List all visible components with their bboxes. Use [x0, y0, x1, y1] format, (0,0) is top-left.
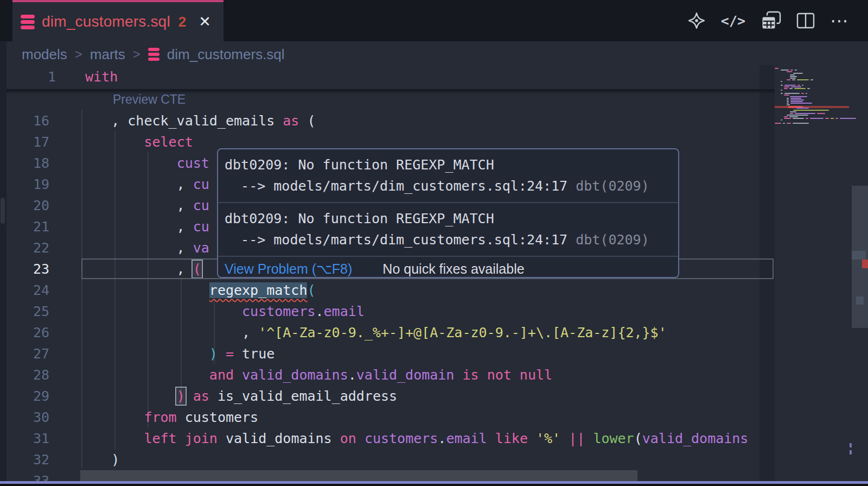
minimap-code-line	[790, 74, 795, 75]
minimap-code-line	[790, 103, 812, 104]
minimap-code-line	[787, 101, 789, 102]
line-number: 26	[0, 322, 49, 343]
code-line-24[interactable]: 24 regexp_match(	[0, 280, 776, 301]
minimap-code-line	[781, 119, 782, 121]
overview-bracket-marker	[850, 443, 852, 447]
line-text: and valid_domains.valid_domain is not nu…	[79, 364, 552, 386]
code-line-30[interactable]: 30 from customers	[0, 407, 776, 428]
preview-cte-codelens[interactable]: Preview CTE	[113, 92, 186, 107]
minimap-code-line	[795, 113, 815, 114]
minimap-code-line	[787, 71, 792, 72]
line-number: 29	[0, 386, 49, 407]
minimap[interactable]	[775, 65, 852, 228]
more-actions-icon[interactable]: ⋯	[830, 15, 848, 26]
line-text: from customers	[79, 407, 258, 428]
diagnostic-message: dbt0209: No function REGEXP_MATCH --> mo…	[218, 149, 678, 202]
minimap-code-line	[787, 103, 789, 104]
minimap-code-line	[790, 96, 807, 97]
minimap-code-line	[794, 88, 806, 89]
code-icon[interactable]: </>	[721, 13, 745, 29]
minimap-code-line	[797, 79, 809, 80]
minimap-code-line	[784, 93, 800, 94]
minimap-code-line	[825, 118, 829, 119]
minimap-code-line	[790, 99, 804, 100]
minimap-code-line	[790, 113, 793, 114]
minimap-code-line	[787, 99, 789, 100]
minimap-code-line	[807, 88, 810, 89]
minimap-code-line	[793, 73, 803, 74]
tab-dim-customers[interactable]: dim_customers.sql 2 ✕	[12, 0, 224, 41]
line-text: , '^[A-Za-z0-9._%+-]+@[A-Za-z0-9.-]+\.[A…	[79, 322, 667, 343]
line-text: , cu	[79, 174, 209, 195]
code-line-27[interactable]: 27 ) = true	[0, 343, 776, 364]
line-number: 22	[0, 237, 49, 258]
minimap-code-line	[810, 118, 824, 119]
overview-highlight-marker	[852, 251, 866, 260]
database-icon	[21, 15, 35, 29]
minimap-code-line	[787, 123, 791, 124]
minimap-code-line	[784, 94, 789, 96]
line-text: select	[79, 131, 193, 153]
line-number: 19	[0, 174, 49, 195]
breadcrumb-item-models[interactable]: models	[22, 46, 67, 63]
minimap-code-line	[801, 93, 804, 94]
code-line-32[interactable]: 32 )	[0, 449, 776, 470]
window-bottom-edge	[0, 484, 868, 486]
minimap-code-line	[797, 85, 800, 86]
minimap-code-line	[775, 68, 778, 69]
minimap-code-line	[784, 118, 791, 119]
overview-error-marker	[862, 260, 868, 268]
minimap-code-line	[789, 116, 798, 117]
minimap-code-line	[787, 79, 790, 80]
minimap-code-line	[806, 93, 807, 94]
line-number: 21	[0, 216, 49, 237]
minimap-code-line	[802, 85, 803, 86]
minimap-code-line	[783, 123, 785, 124]
view-problem-link[interactable]: View Problem (⌥F8)	[225, 261, 352, 277]
tab-filename: dim_customers.sql	[42, 13, 170, 30]
minimap-code-line	[784, 86, 789, 87]
code-line-26[interactable]: 26 , '^[A-Za-z0-9._%+-]+@[A-Za-z0-9.-]+\…	[0, 322, 776, 343]
code-line-31[interactable]: 31 left join valid_domains on customers.…	[0, 428, 776, 449]
breadcrumb-item-file[interactable]: dim_customers.sql	[167, 46, 285, 63]
overview-bracket-marker	[850, 450, 852, 455]
line-number: 20	[0, 195, 49, 216]
diagnostic-message: dbt0209: No function REGEXP_MATCH --> mo…	[218, 203, 678, 256]
line-number: 31	[0, 428, 49, 449]
minimap-code-line	[790, 70, 793, 71]
minimap-error-line	[775, 106, 849, 108]
line-number: 18	[0, 153, 49, 174]
line-number: 30	[0, 407, 49, 428]
editor-pane[interactable]: 16 , check_valid_emails as (17 select18 …	[0, 0, 868, 486]
table-copy-icon[interactable]	[761, 11, 781, 30]
minimap-code-line	[791, 86, 801, 87]
minimap-code-line	[790, 111, 796, 112]
line-text: , va	[79, 237, 209, 258]
sticky-scroll-line[interactable]: 1 with	[7, 65, 760, 89]
left-panel-scrollbar-thumb[interactable]	[1, 198, 5, 224]
line-text: , cu	[79, 216, 209, 237]
split-editor-icon[interactable]	[796, 12, 815, 29]
sticky-line-text: with	[85, 65, 118, 89]
code-line-28[interactable]: 28 and valid_domains.valid_domain is not…	[0, 364, 776, 386]
line-text: cust	[79, 153, 209, 174]
diagnostic-source: dbt(0209)	[576, 232, 649, 248]
line-text: left join valid_domains on customers.ema…	[79, 428, 748, 449]
minimap-code-line	[784, 116, 788, 117]
line-number: 27	[0, 343, 49, 364]
close-icon[interactable]: ✕	[199, 13, 211, 30]
breadcrumb-item-marts[interactable]: marts	[90, 46, 125, 63]
code-line-29[interactable]: 29 ) as is_valid_email_address	[0, 386, 776, 407]
minimap-code-line	[795, 70, 797, 71]
line-number: 24	[0, 280, 49, 301]
sticky-line-number: 1	[7, 65, 56, 89]
line-number: 16	[0, 110, 49, 131]
minimap-code-line	[790, 76, 797, 77]
minimap-code-line	[787, 104, 790, 105]
minimap-code-line	[789, 88, 793, 89]
minimap-code-line	[781, 85, 783, 86]
code-line-25[interactable]: 25 customers.email	[0, 301, 776, 322]
dbt-icon[interactable]	[687, 11, 706, 30]
diagnostic-source: dbt(0209)	[576, 178, 649, 194]
code-line-16[interactable]: 16 , check_valid_emails as (	[0, 110, 776, 131]
